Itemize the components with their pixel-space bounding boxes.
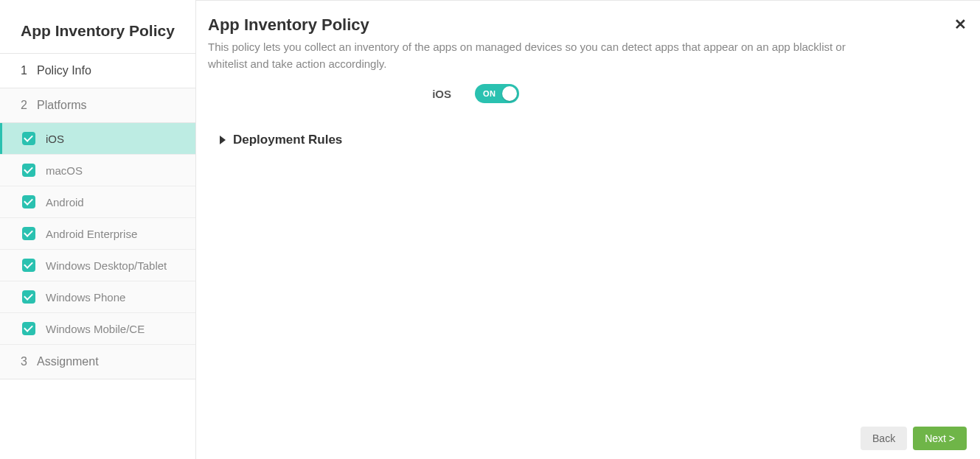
checkbox-checked-icon bbox=[22, 164, 35, 177]
step-number: 2 bbox=[21, 99, 35, 112]
checkbox-checked-icon bbox=[22, 132, 35, 145]
deployment-rules-toggle[interactable]: Deployment Rules bbox=[220, 133, 958, 147]
platform-item-windows-desktop-tablet[interactable]: Windows Desktop/Tablet bbox=[0, 250, 195, 281]
toggle-knob bbox=[502, 86, 517, 101]
toggle-state-text: ON bbox=[483, 89, 496, 98]
platform-label: Android bbox=[46, 196, 84, 209]
checkbox-checked-icon bbox=[22, 322, 35, 335]
back-button[interactable]: Back bbox=[861, 427, 907, 450]
platform-item-android-enterprise[interactable]: Android Enterprise bbox=[0, 218, 195, 250]
platform-item-macos[interactable]: macOS bbox=[0, 155, 195, 186]
platform-item-windows-mobile-ce[interactable]: Windows Mobile/CE bbox=[0, 313, 195, 345]
platform-label: Windows Phone bbox=[46, 291, 125, 304]
toggle-label: iOS bbox=[429, 88, 451, 100]
next-button[interactable]: Next > bbox=[913, 427, 967, 450]
step-assignment[interactable]: 3 Assignment bbox=[0, 345, 195, 379]
platform-item-windows-phone[interactable]: Windows Phone bbox=[0, 281, 195, 313]
ios-toggle[interactable]: ON bbox=[475, 84, 519, 103]
checkbox-checked-icon bbox=[22, 227, 35, 240]
step-label: Platforms bbox=[37, 99, 87, 112]
deployment-rules-label: Deployment Rules bbox=[233, 133, 342, 147]
page-title: App Inventory Policy bbox=[208, 15, 958, 35]
platform-item-android[interactable]: Android bbox=[0, 186, 195, 218]
sidebar-title: App Inventory Policy bbox=[0, 0, 195, 54]
sidebar: App Inventory Policy 1 Policy Info 2 Pla… bbox=[0, 0, 196, 459]
page-description: This policy lets you collect an inventor… bbox=[208, 39, 886, 72]
step-label: Assignment bbox=[37, 355, 99, 368]
platform-label: Android Enterprise bbox=[46, 228, 137, 240]
footer-actions: Back Next > bbox=[861, 427, 967, 450]
step-number: 1 bbox=[21, 64, 35, 77]
platform-label: macOS bbox=[46, 164, 83, 177]
checkbox-checked-icon bbox=[22, 290, 35, 304]
checkbox-checked-icon bbox=[22, 195, 35, 209]
step-platforms[interactable]: 2 Platforms bbox=[0, 88, 195, 123]
step-policy-info[interactable]: 1 Policy Info bbox=[0, 54, 195, 88]
platform-item-ios[interactable]: iOS bbox=[0, 123, 195, 155]
caret-right-icon bbox=[220, 136, 226, 144]
step-label: Policy Info bbox=[37, 64, 91, 77]
step-number: 3 bbox=[21, 355, 35, 368]
platform-label: Windows Desktop/Tablet bbox=[46, 259, 167, 272]
ios-toggle-row: iOS ON bbox=[208, 84, 958, 103]
platform-label: Windows Mobile/CE bbox=[46, 323, 145, 335]
close-icon[interactable]: ✕ bbox=[954, 17, 967, 32]
main-panel: ✕ App Inventory Policy This policy lets … bbox=[196, 0, 980, 459]
platform-label: iOS bbox=[46, 133, 64, 145]
checkbox-checked-icon bbox=[22, 259, 35, 272]
